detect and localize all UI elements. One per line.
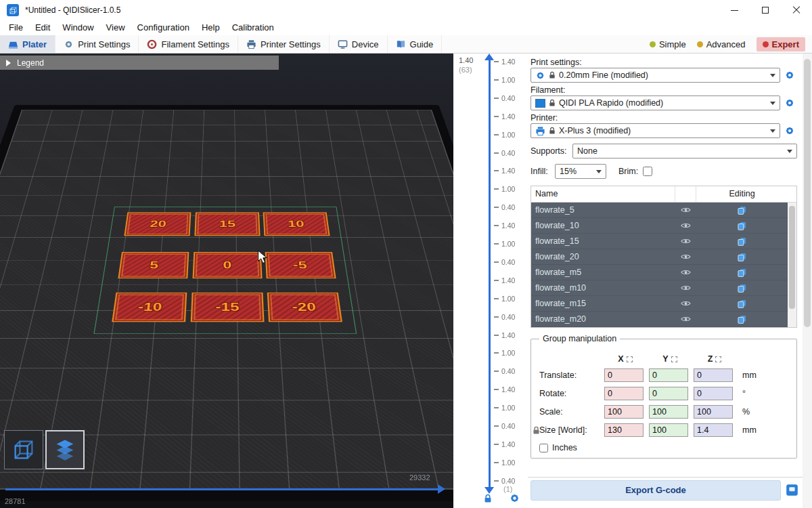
menu-item-help[interactable]: Help xyxy=(196,20,226,35)
close-button[interactable] xyxy=(781,0,812,20)
maximize-button[interactable] xyxy=(750,0,781,20)
visibility-eye-icon[interactable] xyxy=(675,222,696,229)
layer-slider-track[interactable] xyxy=(489,60,491,487)
menu-item-file[interactable]: File xyxy=(3,20,29,35)
object-tile--20[interactable]: -20 xyxy=(267,293,342,322)
visibility-eye-icon[interactable] xyxy=(675,284,696,291)
edit-object-icon[interactable] xyxy=(696,237,788,246)
infill-combo[interactable]: 15% xyxy=(555,164,606,179)
send-to-device-icon[interactable] xyxy=(786,484,798,496)
object-row-flowrate_15[interactable]: flowrate_15 xyxy=(531,234,788,249)
gm-input-y[interactable] xyxy=(649,405,688,419)
gm-input-x[interactable] xyxy=(604,387,644,400)
object-tile--5[interactable]: -5 xyxy=(265,252,336,278)
visibility-eye-icon[interactable] xyxy=(675,253,696,260)
visibility-eye-icon[interactable] xyxy=(675,269,696,276)
visibility-eye-icon[interactable] xyxy=(675,316,696,322)
layers-icon xyxy=(53,438,77,462)
object-row-flowrate_m20[interactable]: flowrate_m20 xyxy=(531,312,788,327)
filament-edit-button[interactable] xyxy=(782,98,797,108)
gm-input-z[interactable] xyxy=(694,368,733,382)
mode-expert[interactable]: Expert xyxy=(757,37,805,51)
gm-input-x[interactable] xyxy=(604,368,644,382)
h-slider-arrow-icon[interactable] xyxy=(438,484,445,494)
object-tile-10[interactable]: 10 xyxy=(263,212,330,236)
orient-view-button[interactable] xyxy=(4,430,43,469)
gm-unit: ° xyxy=(738,389,764,398)
menu-item-window[interactable]: Window xyxy=(56,20,99,35)
gm-input-y[interactable] xyxy=(649,423,688,437)
scrollbar-thumb[interactable] xyxy=(804,59,811,327)
menu-item-edit[interactable]: Edit xyxy=(29,20,56,35)
tab-plater[interactable]: Plater xyxy=(0,35,55,53)
viewport-3d[interactable]: Legend 20151050-5-10-15-20 29332 28781 xyxy=(0,54,453,508)
gm-input-x[interactable] xyxy=(604,405,644,419)
uniform-scale-lock-icon[interactable] xyxy=(533,426,540,435)
edit-object-icon[interactable] xyxy=(696,221,788,230)
gm-unit: mm xyxy=(738,425,764,435)
sidebar-scrollbar[interactable] xyxy=(803,54,812,508)
filament-combo[interactable]: QIDI PLA Rapido (modified) xyxy=(531,96,780,110)
printer-edit-button[interactable] xyxy=(782,125,797,136)
object-row-flowrate_20[interactable]: flowrate_20 xyxy=(531,249,788,265)
object-row-flowrate_m15[interactable]: flowrate_m15 xyxy=(531,296,788,312)
object-row-flowrate_10[interactable]: flowrate_10 xyxy=(531,218,788,234)
tab-print-settings[interactable]: Print Settings xyxy=(55,35,139,53)
horizontal-slider[interactable] xyxy=(5,488,438,490)
object-tile-20[interactable]: 20 xyxy=(124,212,191,236)
gm-input-z[interactable] xyxy=(694,405,733,419)
mode-advanced[interactable]: Advanced xyxy=(697,39,746,49)
minimize-button[interactable] xyxy=(719,0,750,20)
object-row-flowrate_5[interactable]: flowrate_5 xyxy=(531,203,788,218)
object-tile-5[interactable]: 5 xyxy=(118,252,189,278)
gm-input-y[interactable] xyxy=(649,387,688,400)
supports-combo[interactable]: None xyxy=(572,144,797,158)
layer-slider-up-arrow-icon[interactable] xyxy=(484,54,494,60)
object-row-flowrate_m5[interactable]: flowrate_m5 xyxy=(531,265,788,280)
visibility-eye-icon[interactable] xyxy=(675,238,696,245)
layer-slider-down-arrow-icon[interactable] xyxy=(484,487,494,494)
tab-guide[interactable]: Guide xyxy=(388,35,443,53)
edit-object-icon[interactable] xyxy=(696,299,788,308)
print-settings-edit-button[interactable] xyxy=(782,70,797,81)
edit-object-icon[interactable] xyxy=(696,284,788,293)
mode-label: Expert xyxy=(772,39,799,49)
layer-lock-icon[interactable] xyxy=(484,494,492,503)
gm-input-z[interactable] xyxy=(694,387,733,400)
gm-input-y[interactable] xyxy=(649,368,688,382)
object-row-flowrate_m10[interactable]: flowrate_m10 xyxy=(531,280,788,296)
menu-item-calibration[interactable]: Calibration xyxy=(226,20,280,35)
printer-combo[interactable]: X-Plus 3 (modified) xyxy=(531,123,780,138)
object-name: flowrate_10 xyxy=(531,221,675,230)
edit-object-icon[interactable] xyxy=(696,253,788,261)
tab-device[interactable]: Device xyxy=(330,35,388,53)
object-tile--15[interactable]: -15 xyxy=(191,293,265,322)
layers-view-button[interactable] xyxy=(45,430,85,469)
edit-object-icon[interactable] xyxy=(696,206,788,215)
mode-simple[interactable]: Simple xyxy=(650,39,686,49)
tab-filament-settings[interactable]: Filament Settings xyxy=(139,35,238,53)
edit-object-icon[interactable] xyxy=(696,268,788,277)
object-list-scrollbar[interactable] xyxy=(788,203,796,327)
menu-item-configuration[interactable]: Configuration xyxy=(131,20,196,35)
object-tile--10[interactable]: -10 xyxy=(112,293,187,322)
inches-checkbox[interactable] xyxy=(539,444,548,452)
print-settings-combo[interactable]: 0.20mm Fine (modified) xyxy=(531,68,780,83)
legend-bar[interactable]: Legend xyxy=(0,56,279,70)
object-tile-15[interactable]: 15 xyxy=(194,212,260,236)
layer-gear-icon[interactable] xyxy=(509,492,520,504)
layer-slider-top-label: 1.40 (63) xyxy=(459,56,473,75)
print-preset-gear-icon xyxy=(535,70,545,81)
visibility-eye-icon[interactable] xyxy=(675,207,696,213)
object-tile-0[interactable]: 0 xyxy=(193,252,263,278)
title-bar: *Untitled - QIDISlicer-1.0.5 xyxy=(0,0,812,20)
tab-printer-settings[interactable]: Printer Settings xyxy=(238,35,330,53)
scrollbar-thumb[interactable] xyxy=(789,206,795,309)
visibility-eye-icon[interactable] xyxy=(675,300,696,307)
menu-item-view[interactable]: View xyxy=(100,20,131,35)
export-gcode-button[interactable]: Export G-code xyxy=(531,480,781,501)
brim-checkbox[interactable] xyxy=(643,167,652,176)
gm-input-z[interactable] xyxy=(694,423,733,437)
edit-object-icon[interactable] xyxy=(696,315,788,324)
gm-input-x[interactable] xyxy=(604,423,644,437)
